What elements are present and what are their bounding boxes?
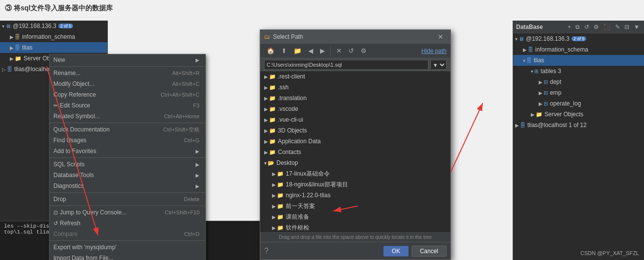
menu-copy-ref[interactable]: Copy Reference Ctrl+Alt+Shift+C — [50, 89, 205, 100]
menu-db-tools[interactable]: Database Tools ▶ — [50, 170, 205, 181]
r-tree-server[interactable]: ▾ 🖥 @192.168.136.3 2 of 5 — [513, 33, 644, 44]
edit-btn[interactable]: ✎ — [614, 23, 621, 31]
right-db-panel: DataBase + ⧉ ↺ ⚙ ⬛ ✎ ⊟ ▼ ▾ 🖥 @192.168.13… — [513, 21, 644, 260]
dialog-tree-item[interactable]: ▶ 📁 .vue-cli-ui — [260, 114, 450, 125]
dialog-close-button[interactable]: ✕ — [435, 32, 446, 42]
dialog-tree-item[interactable]: ▶ 📁 前一天答案 — [260, 201, 450, 211]
item-label: .translation — [278, 95, 307, 102]
menu-refresh[interactable]: ↺ Refresh — [50, 218, 205, 229]
toolbar-back-btn[interactable]: ◀ — [306, 46, 316, 56]
menu-export[interactable]: Export with 'mysqldump' — [50, 242, 205, 253]
folder-icon: 📁 — [269, 95, 276, 102]
menu-modify[interactable]: Modify Object... Alt+Shift+C — [50, 78, 205, 89]
settings-btn[interactable]: ⚙ — [592, 23, 600, 31]
tree-tlias[interactable]: ▶ 🗄 tlias — [0, 42, 107, 53]
dialog-file-tree: ▶ 📁 .rest-client ▶ 📁 .ssh ▶ 📁 .translati… — [260, 71, 450, 232]
r-tree-tables[interactable]: ▾ ⊞ tables 3 — [513, 66, 644, 77]
r-tree-oplog[interactable]: ▶ ⊟ operate_log — [513, 98, 644, 109]
dialog-tree-item[interactable]: ▶ 📁 软件框检 — [260, 222, 450, 232]
menu-quick-doc[interactable]: Quick Documentation Ctrl+Shift+空格 — [50, 124, 205, 135]
dialog-tree-item[interactable]: ▶ 📁 Contacts — [260, 147, 450, 157]
menu-sql-arrow: ▶ — [196, 162, 199, 167]
menu-export-label: Export with 'mysqldump' — [53, 244, 117, 251]
menu-diagnostics[interactable]: Diagnostics ▶ — [50, 181, 205, 191]
menu-find-usages[interactable]: Find Usages Ctrl+G — [50, 135, 205, 146]
r-server-label: @192.168.136.3 — [526, 35, 570, 42]
folder-icon: 📁 — [269, 106, 276, 112]
dialog-tree-item[interactable]: ▶ 📁 .translation — [260, 93, 450, 104]
server-icon: 🖥 — [5, 23, 11, 29]
tree-server1[interactable]: ▾ 🖥 @192.168.136.3 2 of 5 — [0, 21, 107, 31]
menu-edit-source[interactable]: ✏ Edit Source F3 — [50, 100, 205, 111]
r-tree-emp[interactable]: ▶ ⊟ emp — [513, 87, 644, 98]
r-tree-info-schema[interactable]: ▶ 🗄 information_schema — [513, 44, 644, 55]
r-tree-tlias[interactable]: ▾ 🗄 tlias — [513, 55, 644, 66]
dialog-tree-item[interactable]: ▶ 📁 3D Objects — [260, 125, 450, 136]
dialog-cancel-button[interactable]: Cancel — [412, 246, 446, 257]
r-arrow-dept: ▶ — [539, 79, 543, 85]
right-panel-header: DataBase + ⧉ ↺ ⚙ ⬛ ✎ ⊟ ▼ — [513, 21, 644, 33]
folder-icon: 📁 — [269, 149, 276, 156]
watermark: CSDN @PY_XAT_SFZL — [580, 250, 639, 256]
help-icon[interactable]: ? — [264, 247, 269, 256]
menu-drop[interactable]: Drop Delete — [50, 194, 205, 205]
toolbar-refresh-btn[interactable]: ↺ — [346, 46, 356, 56]
refresh-btn[interactable]: ↺ — [583, 23, 591, 31]
dialog-tree-item[interactable]: ▶ 📁 .ssh — [260, 82, 450, 93]
dialog-ok-button[interactable]: OK — [383, 246, 408, 257]
menu-import[interactable]: Import Data from File... — [50, 253, 205, 260]
menu-copy-ref-label: Copy Reference — [53, 91, 96, 98]
hide-path-button[interactable]: Hide path — [421, 48, 446, 54]
dialog-tree-item[interactable]: ▶ 📁 17-linux基础命令 — [260, 168, 450, 179]
menu-rename[interactable]: Rename... Alt+Shift+R — [50, 68, 205, 78]
r-db-icon-tlias: 🗄 — [526, 57, 532, 63]
dialog-path-input[interactable] — [264, 60, 428, 70]
item-label: .vscode — [278, 105, 298, 112]
dialog-tree-desktop[interactable]: ▾ 📂 Desktop — [260, 157, 450, 168]
dialog-tree-item[interactable]: ▶ 📁 .vscode — [260, 104, 450, 114]
dialog-tree-item[interactable]: ▶ 📁 .rest-client — [260, 71, 450, 82]
toolbar-newfolder-btn[interactable]: 📁 — [291, 46, 304, 56]
r-table-icon-oplog: ⊟ — [544, 101, 548, 107]
tlias-label: tlias — [22, 44, 32, 51]
menu-rename-label: Rename... — [53, 70, 80, 77]
toolbar-parent-btn[interactable]: ⬆ — [279, 46, 289, 56]
menu-diagnostics-label: Diagnostics — [53, 182, 84, 189]
toolbar-settings-btn[interactable]: ⚙ — [358, 46, 369, 56]
menu-jump-shortcut: Ctrl+Shift+F10 — [165, 209, 199, 215]
dialog-tree-item[interactable]: ▶ 📁 18-nginx&linux部署项目 — [260, 179, 450, 190]
tree-arrow-tlias: ▶ — [10, 45, 14, 51]
menu-quick-doc-label: Quick Documentation — [53, 126, 110, 133]
collapse-btn[interactable]: ⊟ — [623, 23, 631, 31]
dialog-tree-item[interactable]: ▶ 📁 Application Data — [260, 136, 450, 147]
menu-related[interactable]: Related Symbol... Ctrl+Alt+Home — [50, 111, 205, 122]
tree-arrow-server1: ▾ — [2, 24, 4, 29]
toolbar-forward-btn[interactable]: ▶ — [318, 46, 327, 56]
menu-find-shortcut: Ctrl+G — [184, 137, 199, 143]
folder-icon: 📁 — [269, 138, 276, 145]
item-label: 课前准备 — [286, 213, 309, 221]
menu-new[interactable]: New ▶ — [50, 54, 205, 65]
r-tree-dept[interactable]: ▶ ⊟ dept — [513, 77, 644, 87]
item-label: 前一天答案 — [286, 202, 315, 210]
menu-jump-console[interactable]: ⊡ Jump to Query Console... Ctrl+Shift+F1… — [50, 207, 205, 218]
menu-favorites[interactable]: Add to Favorites ▶ — [50, 146, 205, 156]
toolbar-home-btn[interactable]: 🏠 — [264, 46, 277, 56]
pencil-icon: ✏ — [53, 103, 58, 109]
menu-compare[interactable]: Compare Ctrl+D — [50, 229, 205, 239]
copy-btn[interactable]: ⧉ — [574, 23, 581, 31]
dialog-tree-item[interactable]: ▶ 📁 nginx-1.22.0-tlias — [260, 190, 450, 201]
dialog-title-label: Select Path — [273, 33, 303, 40]
r-table-icon-emp: ⊟ — [544, 90, 548, 96]
r-tree-tlias-local[interactable]: ▶ 🗄 tlias@localhost 1 of 12 — [513, 120, 644, 130]
r-tree-server-objects[interactable]: ▶ 📁 Server Objects — [513, 109, 644, 120]
item-label: .ssh — [278, 84, 289, 91]
stop-btn[interactable]: ⬛ — [602, 23, 612, 31]
toolbar-delete-btn[interactable]: ✕ — [334, 46, 344, 56]
dialog-path-dropdown[interactable]: ▾ — [430, 60, 446, 70]
filter-btn[interactable]: ▼ — [632, 23, 641, 31]
tree-info-schema[interactable]: ▶ 🗄 information_schema — [0, 31, 107, 42]
add-btn[interactable]: + — [566, 23, 572, 31]
dialog-tree-item[interactable]: ▶ 📁 课前准备 — [260, 211, 450, 222]
menu-sql-scripts[interactable]: SQL Scripts ▶ — [50, 159, 205, 170]
